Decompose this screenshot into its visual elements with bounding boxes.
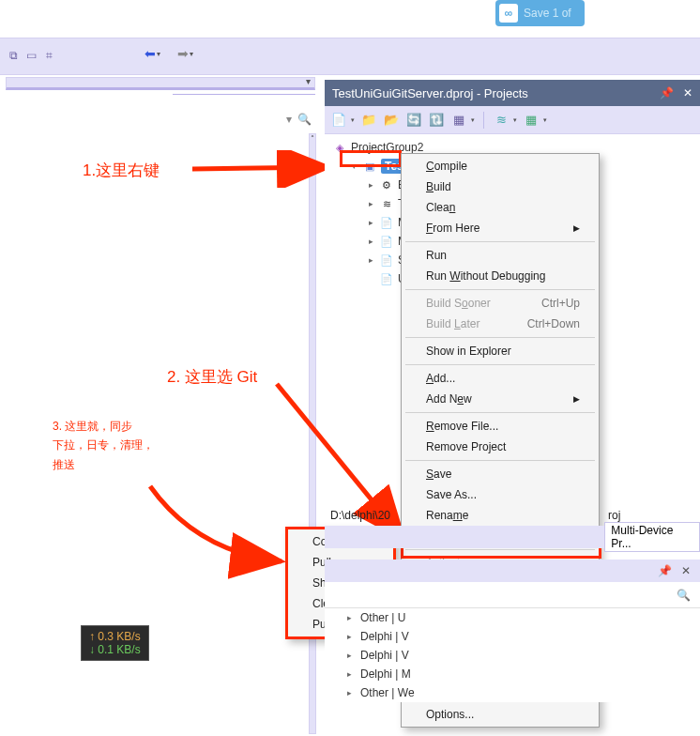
file-icon: ≋ xyxy=(379,197,394,210)
toolbar-icon-3[interactable]: ⌗ xyxy=(41,48,56,63)
filter-icon[interactable]: ≋ xyxy=(493,112,510,129)
ctx-separator xyxy=(405,412,595,413)
close-icon[interactable]: ✕ xyxy=(681,564,691,577)
ctx-options[interactable]: Options... xyxy=(403,704,597,725)
arrow-left-icon: ⬅ xyxy=(145,46,156,61)
check-icon[interactable]: ▦ xyxy=(523,112,540,129)
search-icon[interactable]: 🔍 xyxy=(677,589,691,602)
list-item-label: Delphi | M xyxy=(360,667,411,681)
add-folder-icon[interactable]: 📁 xyxy=(360,112,377,129)
project-group-icon: ◈ xyxy=(332,141,347,154)
toolbar-left-icons: ⧉ ▭ ⌗ xyxy=(6,48,56,63)
sync-icon[interactable]: 🔃 xyxy=(428,112,445,129)
expand-icon[interactable]: ▸ xyxy=(366,255,375,265)
annotation-3: 3. 这里就，同步 下拉，日专，清理， 推送 xyxy=(53,417,154,474)
expand-icon[interactable]: ▸ xyxy=(366,218,375,227)
project-group-label: ProjectGroup2 xyxy=(351,141,423,154)
list-item-label: Other | U xyxy=(360,611,405,624)
expand-icon[interactable]: ▸ xyxy=(366,199,375,208)
network-speed-widget: ↑ 0.3 KB/s ↓ 0.1 KB/s xyxy=(81,625,149,661)
search-row: ▾ 🔍 xyxy=(6,107,315,131)
close-icon[interactable]: ✕ xyxy=(683,86,692,100)
list-item-label: Delphi | V xyxy=(360,630,409,643)
arrow-right-icon: ➡ xyxy=(177,46,189,61)
search-underline xyxy=(173,94,315,95)
ctx-compile[interactable]: Compile xyxy=(403,156,597,176)
list-item[interactable]: ▸Delphi | V xyxy=(325,646,700,665)
expand-icon[interactable]: ▾ xyxy=(349,161,358,171)
list-item[interactable]: ▸Other | We xyxy=(325,683,700,702)
lower-panel: 📌 ✕ 🔍 ▸Other | U▸Delphi | V▸Delphi | V▸D… xyxy=(325,560,700,702)
ctx-clean[interactable]: Clean xyxy=(403,197,597,218)
arrow-3 xyxy=(141,477,300,580)
nav-forward-button[interactable]: ➡ ▾ xyxy=(177,46,193,61)
left-panel-header[interactable] xyxy=(6,77,315,90)
ctx-run[interactable]: Run xyxy=(403,245,597,266)
expand-icon[interactable]: ▸ xyxy=(347,688,357,698)
ctx-separator xyxy=(405,460,595,461)
cloud-icon: ∞ xyxy=(499,4,518,23)
ctx-run-without-debug[interactable]: Run Without Debugging xyxy=(403,266,597,286)
toolbar-icon-2[interactable]: ▭ xyxy=(23,48,38,63)
file-icon: ⚙ xyxy=(379,178,394,192)
ctx-separator xyxy=(405,549,595,550)
ctx-save-as[interactable]: Save As... xyxy=(403,484,597,505)
expand-icon[interactable]: ▸ xyxy=(347,632,357,641)
list-item[interactable]: ▸Delphi | M xyxy=(325,665,700,683)
expand-icon[interactable]: ▸ xyxy=(347,613,357,622)
ctx-separator xyxy=(405,364,595,365)
ctx-add-new[interactable]: Add New▶ xyxy=(403,389,597,409)
list-item-label: Other | We xyxy=(360,686,415,699)
ctx-build[interactable]: Build xyxy=(403,176,597,197)
cloud-label: Save 1 of xyxy=(524,7,571,20)
expand-icon[interactable]: ▸ xyxy=(347,651,357,660)
tag-multidevice[interactable]: Multi-Device Pr... xyxy=(604,522,700,552)
ctx-remove-project[interactable]: Remove Project xyxy=(403,437,597,457)
ctx-save[interactable]: Save xyxy=(403,464,597,484)
list-item-label: Delphi | V xyxy=(360,649,409,662)
project-path-row: D:\delphi\20roj Multi-Device Pr... xyxy=(325,505,700,548)
lower-list: ▸Other | U▸Delphi | V▸Delphi | V▸Delphi … xyxy=(325,608,700,702)
splitter-up-icon[interactable]: ˄ xyxy=(310,134,315,147)
expand-icon[interactable]: ▸ xyxy=(347,669,357,679)
search-icon[interactable]: 🔍 xyxy=(297,113,312,126)
nav-back-button[interactable]: ⬅ ▾ xyxy=(145,46,160,61)
project-tag-row: Multi-Device Pr... xyxy=(325,526,700,548)
project-icon: ▣ xyxy=(362,160,377,173)
chevron-down-icon: ▾ xyxy=(190,50,193,58)
chevron-down-icon[interactable]: ▾ xyxy=(286,113,292,126)
annotation-1: 1.这里右键 xyxy=(83,160,160,181)
ctx-separator xyxy=(405,241,595,242)
new-icon[interactable]: 📄 xyxy=(330,112,347,129)
list-item[interactable]: ▸Delphi | V xyxy=(325,627,700,646)
refresh-icon[interactable]: 🔄 xyxy=(405,112,422,129)
ctx-show-explorer[interactable]: Show in Explorer xyxy=(403,341,597,361)
toolbar-icon-1[interactable]: ⧉ xyxy=(6,48,21,63)
list-item[interactable]: ▸Other | U xyxy=(325,608,700,627)
expand-icon[interactable]: ▸ xyxy=(366,180,375,190)
projects-title: TestUniGuiGitServer.dproj - Projects xyxy=(332,86,528,100)
ctx-add[interactable]: Add... xyxy=(403,368,597,389)
nav-arrows: ⬅ ▾ ➡ ▾ xyxy=(145,46,193,61)
ctx-build-sooner: Build SoonerCtrl+Up xyxy=(403,293,597,314)
ctx-remove-file[interactable]: Remove File... xyxy=(403,416,597,437)
annotation-3-line1: 3. 这里就，同步 xyxy=(53,417,154,436)
annotation-3-line3: 推送 xyxy=(53,455,154,474)
file-icon: 📄 xyxy=(379,253,394,267)
main-toolbar: ⧉ ▭ ⌗ ⬅ ▾ ➡ ▾ xyxy=(0,38,700,75)
projects-titlebar: TestUniGuiGitServer.dproj - Projects 📌 ✕ xyxy=(325,80,700,106)
vertical-splitter[interactable]: ˄ xyxy=(309,133,316,734)
pin-icon[interactable]: 📌 xyxy=(660,86,674,100)
file-icon: 📄 xyxy=(379,235,394,248)
chevron-down-icon: ▾ xyxy=(157,50,160,58)
pin-icon[interactable]: 📌 xyxy=(658,564,672,577)
download-speed: ↓ 0.1 KB/s xyxy=(89,643,141,656)
ctx-from-here[interactable]: From Here▶ xyxy=(403,218,597,238)
remove-icon[interactable]: 📂 xyxy=(383,112,400,129)
expand-icon[interactable]: ▸ xyxy=(366,237,375,246)
lower-panel-bar: 📌 ✕ xyxy=(325,560,700,582)
ctx-separator xyxy=(405,337,595,338)
annotation-3-line2: 下拉，日专，清理， xyxy=(53,436,154,454)
view-icon[interactable]: ▦ xyxy=(450,112,467,129)
cloud-save-badge: ∞ Save 1 of xyxy=(495,0,585,26)
